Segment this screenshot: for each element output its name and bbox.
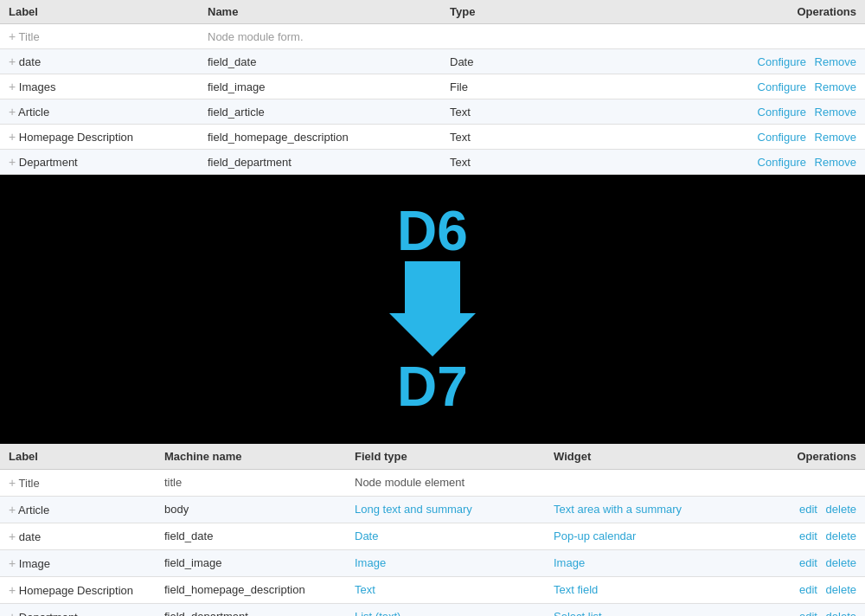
table-row: + Title [0, 24, 199, 49]
d6-table: Label Name Type Operations + TitleNode m… [0, 0, 865, 175]
drag-handle-icon[interactable]: + [9, 583, 16, 597]
table-row: + Images [0, 74, 199, 99]
d7-col-label: Label [0, 444, 156, 470]
remove-link[interactable]: Remove [815, 55, 856, 68]
table-row: + Homepage Description [0, 576, 156, 603]
remove-link[interactable]: Remove [815, 131, 856, 144]
svg-marker-0 [389, 261, 476, 356]
widget-link[interactable]: Select list [554, 610, 602, 616]
table-row: + Title [0, 469, 156, 496]
edit-link[interactable]: edit [799, 610, 817, 616]
drag-handle-icon[interactable]: + [9, 105, 16, 119]
transition-banner: D6 D7 [0, 175, 865, 444]
configure-link[interactable]: Configure [758, 80, 806, 93]
d7-label: D7 [397, 356, 468, 417]
table-row: + date [0, 523, 156, 549]
table-row: + Article [0, 99, 199, 125]
delete-link[interactable]: delete [826, 583, 856, 596]
d7-col-field-type: Field type [346, 444, 545, 470]
delete-link[interactable]: delete [826, 503, 856, 516]
remove-link[interactable]: Remove [815, 106, 856, 119]
configure-link[interactable]: Configure [758, 55, 806, 68]
edit-link[interactable]: edit [799, 583, 817, 596]
widget-link[interactable]: Pop-up calendar [554, 529, 636, 542]
drag-handle-icon[interactable]: + [9, 503, 16, 517]
drag-handle-icon[interactable]: + [9, 610, 16, 616]
drag-handle-icon[interactable]: + [9, 55, 16, 68]
drag-handle-icon[interactable]: + [9, 529, 16, 543]
edit-link[interactable]: edit [799, 556, 817, 569]
widget-link[interactable]: Text area with a summary [554, 503, 682, 516]
configure-link[interactable]: Configure [758, 156, 806, 169]
configure-link[interactable]: Configure [758, 131, 806, 144]
table-row: + Image [0, 549, 156, 576]
edit-link[interactable]: edit [799, 529, 817, 542]
d7-col-machine-name: Machine name [156, 444, 346, 470]
table-row: + Homepage Description [0, 125, 199, 150]
field-type-link[interactable]: Image [355, 556, 386, 569]
drag-handle-icon[interactable]: + [9, 155, 16, 169]
d6-col-type: Type [441, 0, 614, 24]
field-type-link[interactable]: List (text) [355, 610, 400, 616]
widget-link[interactable]: Text field [554, 583, 598, 596]
delete-link[interactable]: delete [826, 610, 856, 616]
delete-link[interactable]: delete [826, 529, 856, 542]
remove-link[interactable]: Remove [815, 80, 856, 93]
drag-handle-icon[interactable]: + [9, 80, 16, 93]
drag-handle-icon[interactable]: + [9, 556, 16, 570]
d7-col-widget: Widget [545, 444, 718, 470]
delete-link[interactable]: delete [826, 556, 856, 569]
drag-handle-icon[interactable]: + [9, 130, 16, 144]
configure-link[interactable]: Configure [758, 106, 806, 119]
edit-link[interactable]: edit [799, 503, 817, 516]
d7-section: Label Machine name Field type Widget Ope… [0, 444, 865, 616]
table-row: + Department [0, 603, 156, 616]
table-row: + date [0, 49, 199, 74]
widget-link[interactable]: Image [554, 556, 585, 569]
d6-col-label: Label [0, 0, 199, 24]
d6-label: D6 [397, 201, 468, 261]
field-type-link[interactable]: Date [355, 529, 378, 542]
d6-col-ops: Operations [614, 0, 865, 24]
remove-link[interactable]: Remove [815, 156, 856, 169]
drag-handle-icon[interactable]: + [9, 476, 16, 490]
d7-table: Label Machine name Field type Widget Ope… [0, 444, 865, 616]
table-row: + Department [0, 150, 199, 175]
d6-col-name: Name [199, 0, 441, 24]
table-row: + Article [0, 496, 156, 523]
down-arrow-icon [389, 261, 476, 356]
d6-section: Label Name Type Operations + TitleNode m… [0, 0, 865, 175]
field-type-link[interactable]: Long text and summary [355, 503, 472, 516]
d7-col-ops: Operations [718, 444, 865, 470]
field-type-link[interactable]: Text [355, 583, 375, 596]
drag-handle-icon[interactable]: + [9, 29, 16, 43]
